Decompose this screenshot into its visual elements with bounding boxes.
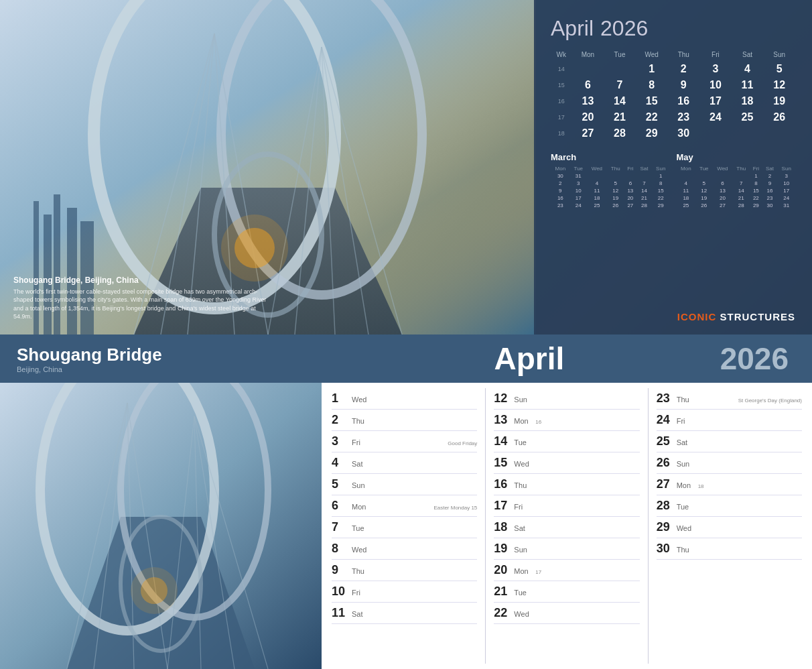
date-number: 15 (494, 456, 513, 470)
date-row: 16Thu (494, 474, 639, 495)
date-number: 3 (332, 434, 350, 448)
date-row: 2Thu (332, 410, 477, 431)
date-row: 28Tue (657, 495, 802, 517)
date-row: 21Tue (494, 581, 639, 603)
date-row: 25Sat (657, 431, 802, 452)
date-day-label: Sun (677, 460, 695, 468)
date-day-label: Wed (677, 524, 695, 532)
date-row: 3FriGood Friday (332, 431, 477, 452)
date-row: 12Sun (494, 388, 639, 410)
caption-text: The world's first twin-tower cable-staye… (13, 288, 268, 321)
brand-footer: ICONIC STRUCTURES (677, 311, 795, 322)
date-number: 17 (494, 499, 513, 513)
date-day-label: Fri (352, 438, 370, 446)
bottom-location-sub: Beijing, China (17, 365, 338, 373)
date-day-label: Fri (514, 503, 533, 511)
date-row: 13Mon16 (494, 410, 639, 431)
date-number: 8 (332, 542, 350, 556)
date-number: 28 (657, 499, 675, 513)
date-day-label: Mon (514, 417, 533, 425)
date-row: 29Wed (657, 517, 802, 538)
date-day-label: Sat (352, 460, 370, 468)
date-number: 12 (494, 391, 513, 406)
column-divider-2 (648, 388, 649, 664)
date-number: 14 (494, 434, 513, 448)
month-title-large: April 2026 (551, 13, 795, 42)
date-day-label: Sun (514, 396, 533, 404)
date-row: 19Sun (494, 538, 639, 560)
date-note: St George's Day (England) (738, 398, 802, 404)
bottom-location-title: Shougang Bridge (17, 345, 338, 365)
date-number: 10 (332, 585, 350, 599)
date-row: 17Fri (494, 495, 639, 517)
date-row: 14Tue (494, 431, 639, 452)
date-number: 7 (332, 520, 350, 534)
calendar-panel: April 2026 WkMonTueWedThuFriSatSun 14123… (534, 0, 812, 334)
date-number: 19 (494, 542, 513, 556)
caption-title: Shougang Bridge, Beijing, China (13, 276, 268, 285)
svg-point-36 (131, 567, 178, 614)
date-day-label: Sat (677, 438, 695, 446)
date-row: 4Sat (332, 452, 477, 474)
date-number: 2 (332, 413, 350, 427)
date-number: 13 (494, 413, 513, 427)
date-day-label: Wed (514, 610, 533, 618)
main-calendar: WkMonTueWedThuFriSatSun 1412345156789101… (551, 50, 795, 141)
date-week-number: 18 (698, 483, 704, 489)
date-day-label: Mon (352, 503, 370, 511)
date-row: 24Fri (657, 410, 802, 431)
date-day-label: Fri (352, 589, 370, 597)
date-day-label: Thu (677, 546, 695, 554)
date-day-label: Thu (514, 481, 533, 489)
date-day-label: Fri (677, 417, 695, 425)
mini-may-title: May (677, 152, 796, 162)
date-day-label: Sun (514, 546, 533, 554)
date-row: 15Wed (494, 452, 639, 474)
date-row: 9Thu (332, 560, 477, 581)
date-number: 6 (332, 499, 350, 513)
date-row: 27Mon18 (657, 474, 802, 495)
date-row: 10Fri (332, 581, 477, 603)
date-number: 30 (657, 542, 675, 556)
date-day-label: Mon (514, 567, 533, 575)
date-day-label: Thu (352, 417, 370, 425)
date-week-number: 16 (535, 419, 541, 425)
date-number: 26 (657, 456, 675, 470)
bottom-year: 2026 (720, 341, 789, 377)
date-row: 6MonEaster Monday 15 (332, 495, 477, 517)
bottom-content: 1Wed2Thu3FriGood Friday4Sat5Sun6MonEaste… (0, 383, 812, 669)
date-row: 11Sat (332, 603, 477, 624)
mini-march-title: March (551, 152, 670, 162)
date-day-label: Tue (514, 438, 533, 446)
date-day-label: Mon (677, 481, 695, 489)
mini-calendar-march: March MonTueWedThuFriSatSun3031123456789… (551, 152, 670, 209)
dates-area: 1Wed2Thu3FriGood Friday4Sat5Sun6MonEaste… (322, 383, 812, 669)
column-divider-1 (485, 388, 486, 664)
mini-calendars: March MonTueWedThuFriSatSun3031123456789… (551, 152, 795, 209)
date-row: 1Wed (332, 388, 477, 410)
date-number: 4 (332, 456, 350, 470)
header-left: Shougang Bridge Beijing, China (17, 345, 338, 373)
mini-calendar-may: May MonTueWedThuFriSatSun123456789101112… (677, 152, 796, 209)
date-number: 20 (494, 563, 513, 577)
date-row: 8Wed (332, 538, 477, 560)
date-number: 16 (494, 477, 513, 491)
date-number: 23 (657, 391, 675, 406)
date-row: 20Mon17 (494, 560, 639, 581)
date-column-3: 23ThuSt George's Day (England)24Fri25Sat… (657, 388, 802, 664)
bottom-bridge-svg (0, 383, 322, 669)
date-number: 18 (494, 520, 513, 534)
date-number: 1 (332, 391, 350, 406)
date-day-label: Wed (514, 460, 533, 468)
date-note: Good Friday (448, 440, 477, 446)
date-row: 26Sun (657, 452, 802, 474)
date-column-2: 12Sun13Mon1614Tue15Wed16Thu17Fri18Sat19S… (494, 388, 639, 664)
date-number: 22 (494, 606, 513, 620)
date-note: Easter Monday 15 (433, 505, 477, 511)
bottom-section: Shougang Bridge Beijing, China April 202… (0, 334, 812, 669)
date-day-label: Thu (677, 396, 695, 404)
bottom-header: Shougang Bridge Beijing, China April 202… (0, 334, 812, 383)
bottom-bridge-image (0, 383, 322, 669)
date-day-label: Tue (677, 503, 695, 511)
date-row: 7Tue (332, 517, 477, 538)
